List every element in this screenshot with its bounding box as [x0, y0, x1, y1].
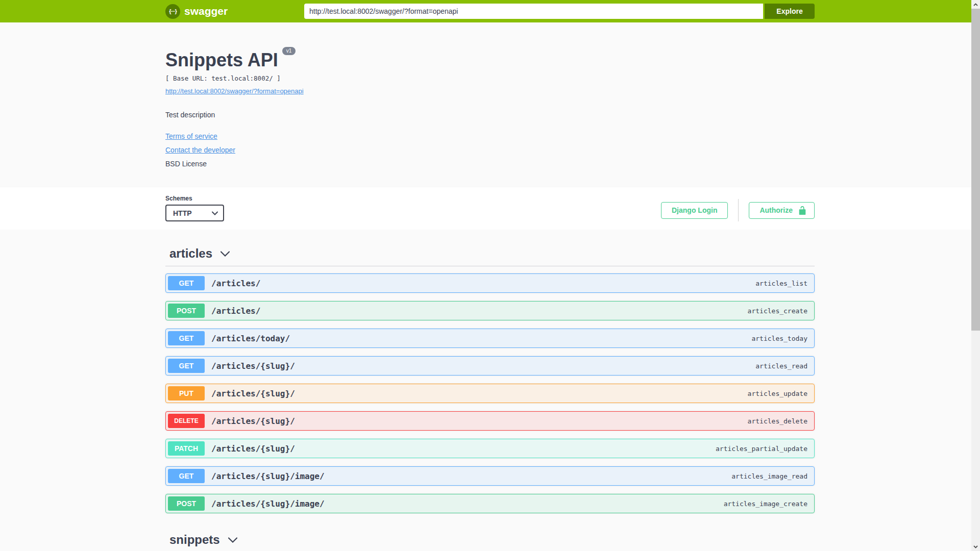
operation-row[interactable]: PUT /articles/{slug}/ articles_update — [165, 384, 815, 403]
scrollbar-down-arrow-icon[interactable] — [971, 542, 980, 551]
method-badge: PUT — [168, 386, 205, 400]
vertical-scrollbar[interactable] — [971, 0, 980, 551]
method-badge: GET — [168, 331, 205, 345]
api-title-text: Snippets API — [165, 49, 278, 70]
operation-row[interactable]: PATCH /articles/{slug}/ articles_partial… — [165, 439, 815, 458]
op-path: /articles/{slug}/image/ — [211, 499, 325, 509]
auth-wrapper: Django Login Authorize — [661, 199, 815, 221]
method-badge: GET — [168, 359, 205, 373]
section-title: snippets — [169, 533, 220, 547]
swagger-logo: {···} swagger — [165, 4, 228, 19]
operation-row[interactable]: GET /articles/today/ articles_today — [165, 329, 815, 348]
op-id: articles_create — [748, 307, 807, 315]
op-id: articles_today — [751, 335, 807, 342]
operations-list: GET /articles/ articles_list POST /artic… — [165, 273, 815, 513]
django-login-label: Django Login — [672, 206, 717, 214]
tag-divider — [165, 266, 815, 266]
scheme-container: Schemes HTTP Django Login Authorize — [0, 187, 980, 230]
scrollbar-up-arrow-icon[interactable] — [971, 0, 980, 9]
spec-url-input[interactable] — [304, 4, 763, 19]
auth-divider — [738, 199, 739, 221]
method-badge: PATCH — [168, 441, 205, 456]
method-badge: POST — [168, 304, 205, 318]
method-badge: DELETE — [168, 414, 205, 428]
api-description: Test description — [165, 111, 815, 119]
operation-row[interactable]: GET /articles/{slug}/image/ articles_ima… — [165, 466, 815, 486]
terms-of-service-link[interactable]: Terms of service — [165, 132, 217, 140]
authorize-label: Authorize — [760, 206, 793, 214]
api-info-section: Snippets APIv1 [ Base URL: test.local:80… — [0, 22, 980, 187]
op-path: /articles/{slug}/ — [211, 416, 295, 426]
tag-header[interactable]: snippets — [165, 533, 815, 547]
op-path: /articles/ — [211, 306, 260, 316]
tag-header[interactable]: articles — [165, 246, 815, 261]
method-badge: POST — [168, 496, 205, 511]
op-id: articles_partial_update — [716, 445, 807, 453]
op-path: /articles/{slug}/ — [211, 444, 295, 454]
op-id: articles_update — [748, 390, 807, 397]
operation-row[interactable]: POST /articles/{slug}/image/ articles_im… — [165, 494, 815, 513]
license-text: BSD License — [165, 160, 815, 168]
base-url: [ Base URL: test.local:8002/ ] — [165, 74, 815, 82]
section-title: articles — [169, 246, 212, 261]
django-login-button[interactable]: Django Login — [661, 202, 728, 219]
brand-title: swagger — [184, 5, 228, 17]
op-path: /articles/ — [211, 279, 260, 288]
op-id: articles_image_read — [731, 472, 807, 480]
schemes-label: Schemes — [165, 195, 224, 202]
unlocked-padlock-icon — [798, 206, 807, 215]
download-url-form: Explore — [304, 4, 815, 19]
spec-json-link[interactable]: http://test.local:8002/swagger/?format=o… — [165, 87, 304, 95]
api-tag-section: snippets GET /snippets/ snippets_list — [165, 533, 815, 551]
method-badge: GET — [168, 276, 205, 290]
operation-row[interactable]: GET /articles/ articles_list — [165, 273, 815, 293]
schemes-block: Schemes HTTP — [165, 195, 224, 221]
method-badge: GET — [168, 469, 205, 483]
chevron-down-icon — [220, 251, 230, 257]
op-id: articles_image_create — [724, 500, 807, 508]
page-title: Snippets APIv1 — [165, 51, 815, 69]
contact-developer-link[interactable]: Contact the developer — [165, 146, 235, 154]
operations-area: articles GET /articles/ articles_list PO… — [0, 230, 980, 551]
explore-button[interactable]: Explore — [765, 4, 815, 19]
operation-row[interactable]: GET /articles/{slug}/ articles_read — [165, 356, 815, 375]
authorize-button[interactable]: Authorize — [749, 202, 815, 219]
scrollbar-thumb[interactable] — [971, 9, 980, 331]
swagger-logo-icon: {···} — [165, 4, 180, 19]
chevron-down-icon — [212, 211, 218, 215]
op-path: /articles/{slug}/image/ — [211, 471, 325, 481]
operation-row[interactable]: DELETE /articles/{slug}/ articles_delete — [165, 411, 815, 431]
api-tag-section: articles GET /articles/ articles_list PO… — [165, 246, 815, 513]
chevron-down-icon — [228, 537, 237, 543]
op-path: /articles/today/ — [211, 334, 290, 343]
scheme-select[interactable]: HTTP — [165, 205, 224, 221]
op-id: articles_read — [755, 362, 807, 370]
op-path: /articles/{slug}/ — [211, 389, 295, 398]
topbar: {···} swagger Explore — [0, 0, 980, 22]
version-badge: v1 — [282, 47, 296, 55]
op-path: /articles/{slug}/ — [211, 361, 295, 371]
op-id: articles_delete — [748, 417, 807, 425]
operation-row[interactable]: POST /articles/ articles_create — [165, 301, 815, 320]
op-id: articles_list — [755, 280, 807, 287]
scheme-selected-value: HTTP — [173, 209, 192, 217]
